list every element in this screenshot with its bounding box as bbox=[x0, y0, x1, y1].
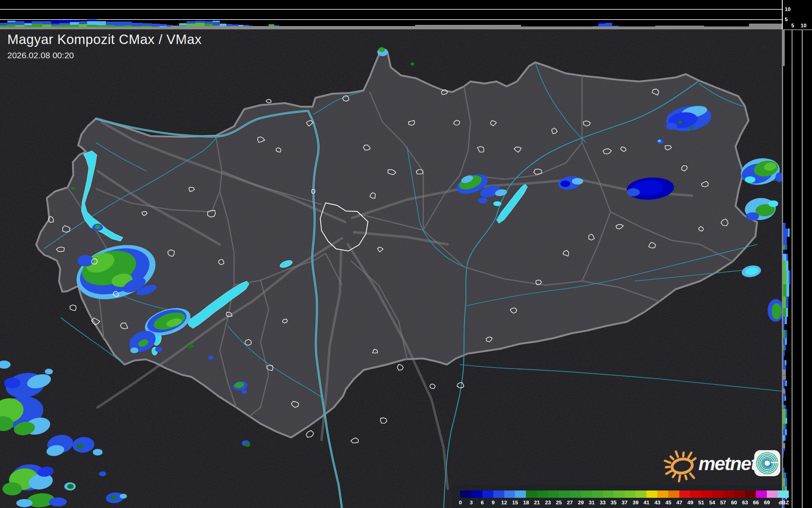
legend-tick: 25 bbox=[556, 499, 562, 506]
radar-app-screen: 10 5 5 10 bbox=[0, 0, 812, 508]
legend-tick: 39 bbox=[633, 499, 638, 506]
radar-echo bbox=[77, 444, 83, 449]
legend-cell bbox=[657, 490, 668, 498]
legend-tick: 47 bbox=[676, 499, 682, 506]
radar-echo bbox=[379, 47, 385, 52]
radar-echo bbox=[45, 369, 53, 374]
radar-echo bbox=[746, 212, 759, 220]
legend-tick: 60 bbox=[731, 499, 737, 506]
radar-echo bbox=[77, 255, 94, 266]
right-profile-canvas bbox=[782, 30, 811, 508]
radar-echo bbox=[689, 126, 694, 130]
legend-tick: 43 bbox=[654, 499, 660, 506]
page-title: Magyar Kompozit CMax / VMax bbox=[7, 32, 201, 47]
legend-cell bbox=[570, 490, 581, 498]
legend-cell bbox=[460, 490, 471, 498]
radar-echo bbox=[768, 200, 778, 207]
legend-tick: 12 bbox=[501, 499, 507, 506]
legend-cell bbox=[559, 490, 570, 498]
legend-tick: 57 bbox=[720, 499, 726, 506]
legend-tick: 41 bbox=[643, 499, 649, 506]
legend-tick: 63 bbox=[742, 499, 748, 506]
legend-tick: 0 bbox=[459, 499, 462, 506]
legend-cell bbox=[537, 490, 548, 498]
title-block: Magyar Kompozit CMax / VMax 2026.02.08 0… bbox=[7, 32, 201, 60]
radar-echo bbox=[208, 356, 214, 360]
legend-tick: 31 bbox=[589, 499, 595, 506]
radar-echo bbox=[410, 62, 414, 66]
legend-unit: dBZ bbox=[779, 499, 789, 506]
legend-tick: 54 bbox=[709, 499, 715, 506]
legend-tick: 3 bbox=[470, 499, 473, 506]
radar-echo bbox=[67, 484, 74, 489]
legend-cell bbox=[624, 490, 635, 498]
legend-tick: 9 bbox=[492, 499, 495, 506]
radar-echo bbox=[71, 187, 76, 190]
legend-cell bbox=[482, 490, 493, 498]
radar-echo bbox=[493, 201, 501, 206]
radar-echo bbox=[93, 449, 103, 455]
metnet-app-icon bbox=[754, 450, 781, 477]
radar-echo bbox=[745, 176, 755, 183]
legend-cell bbox=[701, 490, 712, 498]
right-axis-label-5: 5 bbox=[791, 23, 794, 28]
legend-cell bbox=[635, 490, 646, 498]
radar-echo bbox=[662, 182, 673, 189]
radar-echo bbox=[130, 347, 138, 353]
legend-cell bbox=[690, 490, 701, 498]
legend-tick: 35 bbox=[611, 499, 616, 506]
radar-echo bbox=[478, 198, 488, 203]
legend-cell bbox=[745, 490, 756, 498]
legend-cell bbox=[592, 490, 603, 498]
radar-echo bbox=[772, 303, 781, 319]
top-axis-label-5: 5 bbox=[785, 17, 788, 22]
legend-cell bbox=[613, 490, 624, 498]
legend-tick: 18 bbox=[523, 499, 529, 506]
radar-echo bbox=[187, 344, 194, 348]
radar-echo bbox=[49, 497, 67, 506]
legend-cell bbox=[646, 490, 657, 498]
dbz-legend: 0369121518212325272931333537394143454749… bbox=[451, 485, 782, 508]
profile-axis-corner: 10 5 5 10 bbox=[782, 0, 812, 29]
radar-echo bbox=[627, 188, 640, 196]
radar-echo bbox=[99, 471, 106, 476]
legend-cell bbox=[471, 490, 482, 498]
radar-echo bbox=[120, 494, 127, 499]
legend-tick: 51 bbox=[698, 499, 704, 506]
metnet-logo[interactable]: metnet bbox=[663, 445, 781, 482]
radar-echo bbox=[111, 496, 116, 500]
top-profile-canvas bbox=[0, 0, 782, 29]
legend-tick: 37 bbox=[622, 499, 627, 506]
legend-tick: 45 bbox=[665, 499, 671, 506]
radar-echo bbox=[95, 225, 101, 229]
legend-color-bar bbox=[460, 490, 789, 498]
radar-map: Magyar Kompozit CMax / VMax 2026.02.08 0… bbox=[0, 29, 782, 508]
legend-cell bbox=[581, 490, 592, 498]
radar-echo bbox=[155, 347, 162, 352]
legend-cell bbox=[723, 490, 734, 498]
radar-echo bbox=[16, 499, 33, 507]
legend-tick: 21 bbox=[534, 499, 540, 506]
legend-cell bbox=[734, 490, 745, 498]
radar-echo bbox=[666, 123, 677, 130]
legend-cell bbox=[603, 490, 614, 498]
top-profile-panel bbox=[0, 0, 782, 29]
legend-cell bbox=[515, 490, 526, 498]
legend-tick: 15 bbox=[512, 499, 518, 506]
radar-echo bbox=[560, 180, 570, 187]
legend-cell bbox=[712, 490, 723, 498]
legend-tick: 23 bbox=[545, 499, 551, 506]
metnet-wordmark: metnet bbox=[698, 452, 756, 475]
legend-cell bbox=[756, 490, 767, 498]
legend-cell bbox=[778, 490, 789, 498]
legend-tick: 33 bbox=[600, 499, 605, 506]
radar-echo bbox=[241, 390, 247, 394]
legend-cell bbox=[668, 490, 679, 498]
right-profile-panel bbox=[782, 29, 812, 508]
legend-cell bbox=[504, 490, 515, 498]
legend-cell bbox=[679, 490, 690, 498]
right-axis-label-10: 10 bbox=[801, 23, 806, 28]
timestamp: 2026.02.08 00:20 bbox=[7, 51, 201, 60]
radar-echo bbox=[678, 121, 682, 124]
radar-echo bbox=[572, 178, 583, 185]
